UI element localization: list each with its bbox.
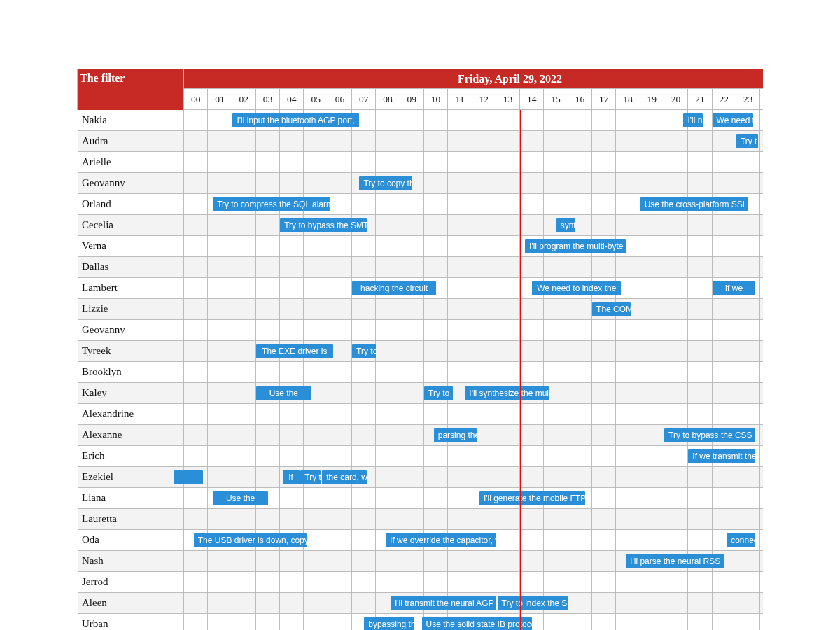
time-slot[interactable] (352, 509, 376, 530)
time-slot[interactable] (616, 110, 640, 131)
time-slot[interactable] (352, 131, 376, 152)
time-slot[interactable] (688, 404, 712, 425)
time-slot[interactable] (424, 404, 448, 425)
resource-cell[interactable]: Lizzie (78, 299, 184, 320)
event-bar[interactable]: I'll input the bluetooth AGP port, (232, 113, 360, 127)
time-slot[interactable] (328, 530, 352, 551)
time-slot[interactable] (688, 530, 712, 551)
time-slot[interactable] (713, 467, 736, 488)
time-slot[interactable] (352, 551, 376, 572)
time-slot[interactable] (232, 572, 256, 593)
time-slot[interactable] (352, 362, 376, 383)
time-slot[interactable] (496, 467, 520, 488)
time-slot[interactable] (328, 551, 352, 572)
time-slot[interactable] (448, 194, 472, 215)
resource-cell[interactable]: Jerrod (78, 572, 184, 593)
time-slot[interactable] (304, 593, 328, 614)
time-slot[interactable] (520, 551, 544, 572)
time-slot[interactable] (232, 236, 256, 257)
time-slot[interactable] (592, 173, 616, 194)
time-slot[interactable] (472, 299, 496, 320)
time-slot[interactable] (544, 320, 568, 341)
time-slot[interactable] (713, 572, 736, 593)
time-slot[interactable] (472, 572, 496, 593)
time-slot[interactable] (208, 467, 232, 488)
time-slot[interactable] (304, 530, 328, 551)
event-bar[interactable]: Use the (256, 386, 312, 400)
time-slot[interactable] (616, 446, 640, 467)
time-slot[interactable] (304, 404, 328, 425)
time-slot[interactable] (616, 614, 640, 630)
time-slot[interactable] (640, 215, 664, 236)
time-slot[interactable] (496, 341, 520, 362)
time-slot[interactable] (256, 551, 280, 572)
event-bar[interactable]: I'll synthesize the multi- (465, 386, 549, 400)
time-slot[interactable] (184, 383, 208, 404)
time-slot[interactable] (280, 551, 304, 572)
time-slot[interactable] (664, 467, 688, 488)
time-slot[interactable] (520, 152, 544, 173)
time-slot[interactable] (232, 425, 256, 446)
time-slot[interactable] (640, 299, 664, 320)
time-slot[interactable] (376, 488, 400, 509)
time-slot[interactable] (472, 320, 496, 341)
time-slot[interactable] (664, 215, 688, 236)
event-bar[interactable]: I'll n (683, 113, 702, 127)
time-slot[interactable] (568, 572, 592, 593)
time-slot[interactable] (713, 404, 736, 425)
time-slot[interactable] (352, 236, 376, 257)
time-slot[interactable] (376, 320, 400, 341)
time-slot[interactable] (328, 362, 352, 383)
time-slot[interactable] (616, 131, 640, 152)
time-slot[interactable] (184, 362, 208, 383)
time-slot[interactable] (232, 215, 256, 236)
time-slot[interactable] (256, 509, 280, 530)
time-slot[interactable] (664, 131, 688, 152)
time-slot[interactable] (688, 341, 712, 362)
event-bar[interactable]: Try to (352, 344, 376, 358)
time-slot[interactable] (328, 446, 352, 467)
time-slot[interactable] (208, 257, 232, 278)
time-slot[interactable] (280, 593, 304, 614)
time-slot[interactable] (592, 362, 616, 383)
hour-header-cell[interactable]: 07 (352, 89, 376, 110)
time-slot[interactable] (688, 362, 712, 383)
time-slot[interactable] (496, 509, 520, 530)
time-slot[interactable] (688, 383, 712, 404)
time-slot[interactable] (328, 320, 352, 341)
time-slot[interactable] (472, 341, 496, 362)
time-slot[interactable] (376, 446, 400, 467)
time-slot[interactable] (472, 509, 496, 530)
hour-header-cell[interactable]: 21 (688, 89, 712, 110)
resource-cell[interactable]: Alexanne (78, 425, 184, 446)
time-slot[interactable] (736, 299, 760, 320)
hour-header-cell[interactable]: 17 (592, 89, 616, 110)
time-slot[interactable] (232, 593, 256, 614)
time-slot[interactable] (304, 446, 328, 467)
hour-header-cell[interactable]: 12 (472, 89, 496, 110)
time-slot[interactable] (592, 467, 616, 488)
time-slot[interactable] (496, 446, 520, 467)
time-slot[interactable] (640, 425, 664, 446)
time-slot[interactable] (713, 383, 736, 404)
event-bar[interactable]: I'll transmit the neural AGP (391, 596, 496, 610)
time-slot[interactable] (400, 215, 424, 236)
time-slot[interactable] (496, 425, 520, 446)
time-slot[interactable] (184, 194, 208, 215)
time-slot[interactable] (400, 425, 424, 446)
time-slot[interactable] (208, 614, 232, 630)
time-slot[interactable] (640, 614, 664, 630)
time-slot[interactable] (760, 110, 763, 131)
time-slot[interactable] (280, 257, 304, 278)
event-bar[interactable]: Use the cross-platform SSL (640, 197, 748, 211)
time-slot[interactable] (568, 173, 592, 194)
time-slot[interactable] (376, 215, 400, 236)
time-slot[interactable] (664, 509, 688, 530)
time-slot[interactable] (448, 509, 472, 530)
time-slot[interactable] (616, 467, 640, 488)
event-bar[interactable]: bypassing the (364, 617, 414, 630)
time-slot[interactable] (376, 257, 400, 278)
time-slot[interactable] (304, 362, 328, 383)
time-slot[interactable] (304, 572, 328, 593)
time-slot[interactable] (496, 215, 520, 236)
